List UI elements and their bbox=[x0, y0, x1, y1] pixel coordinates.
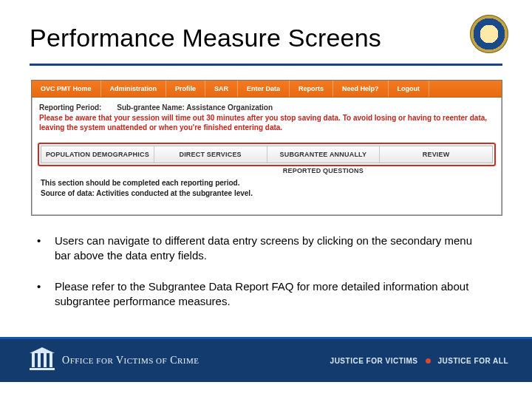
page-title: Performance Measure Screens bbox=[30, 24, 381, 52]
tagline-right: JUSTICE FOR ALL bbox=[438, 357, 508, 365]
ovc-wordmark: OFFICE FOR VICTIMS OF CRIME bbox=[62, 355, 200, 366]
section-line-1: This section should be completed each re… bbox=[41, 178, 493, 188]
section-instructions: This section should be completed each re… bbox=[32, 174, 502, 199]
nav-help[interactable]: Need Help? bbox=[333, 81, 389, 97]
reporting-period-label: Reporting Period: bbox=[39, 103, 101, 112]
session-warning: Please be aware that your session will t… bbox=[32, 113, 502, 138]
tagline-separator-icon bbox=[426, 358, 431, 364]
ovc-logo: OFFICE FOR VICTIMS OF CRIME bbox=[30, 347, 200, 374]
bullet-list: • Users can navigate to different data e… bbox=[37, 233, 480, 325]
svg-rect-2 bbox=[38, 353, 41, 367]
subgrantee-name: Sub-grantee Name: Assistance Organizatio… bbox=[117, 103, 273, 112]
nav-sar[interactable]: SAR bbox=[205, 81, 238, 97]
nav-home[interactable]: OVC PMT Home bbox=[32, 81, 101, 97]
title-rule bbox=[30, 64, 502, 66]
app-screenshot: OVC PMT Home Administration Profile SAR … bbox=[31, 80, 502, 216]
subnav-highlight: POPULATION DEMOGRAPHICS DIRECT SERVICES … bbox=[38, 143, 496, 166]
bullet-icon: • bbox=[37, 233, 55, 263]
footer-tagline: JUSTICE FOR VICTIMS JUSTICE FOR ALL bbox=[330, 339, 508, 382]
section-line-2: Source of data: Activities conducted at … bbox=[41, 188, 493, 199]
bullet-text: Users can navigate to different data ent… bbox=[55, 233, 480, 263]
tagline-left: JUSTICE FOR VICTIMS bbox=[330, 357, 418, 365]
footer-bottom bbox=[0, 382, 532, 399]
primary-nav: OVC PMT Home Administration Profile SAR … bbox=[32, 81, 502, 98]
secondary-nav: POPULATION DEMOGRAPHICS DIRECT SERVICES … bbox=[41, 146, 493, 163]
bullet-text: Please refer to the Subgrantee Data Repo… bbox=[55, 279, 480, 309]
svg-rect-3 bbox=[44, 353, 47, 367]
bullet-icon: • bbox=[37, 279, 55, 309]
reporting-header: Reporting Period: Sub-grantee Name: Assi… bbox=[32, 98, 502, 113]
nav-enter-data[interactable]: Enter Data bbox=[238, 81, 290, 97]
nav-administration[interactable]: Administration bbox=[101, 81, 167, 97]
doj-seal-icon bbox=[470, 15, 508, 53]
svg-rect-4 bbox=[50, 353, 52, 367]
tab-population-demographics[interactable]: POPULATION DEMOGRAPHICS bbox=[41, 146, 154, 163]
pillar-icon bbox=[30, 347, 55, 374]
tab-direct-services[interactable]: DIRECT SERVICES bbox=[154, 146, 267, 163]
nav-profile[interactable]: Profile bbox=[166, 81, 205, 97]
list-item: • Users can navigate to different data e… bbox=[37, 233, 480, 263]
nav-logout[interactable]: Logout bbox=[389, 81, 430, 97]
footer: OFFICE FOR VICTIMS OF CRIME JUSTICE FOR … bbox=[0, 337, 532, 399]
list-item: • Please refer to the Subgrantee Data Re… bbox=[37, 279, 480, 309]
footer-bar: OFFICE FOR VICTIMS OF CRIME JUSTICE FOR … bbox=[0, 339, 532, 382]
svg-rect-1 bbox=[32, 353, 35, 367]
svg-marker-5 bbox=[30, 347, 55, 353]
tab-review[interactable]: REVIEW bbox=[380, 146, 492, 163]
nav-reports[interactable]: Reports bbox=[290, 81, 333, 97]
svg-rect-0 bbox=[30, 368, 55, 370]
tab-subgrantee-annual[interactable]: SUBGRANTEE ANNUALLY REPORTED QUESTIONS bbox=[267, 146, 381, 163]
